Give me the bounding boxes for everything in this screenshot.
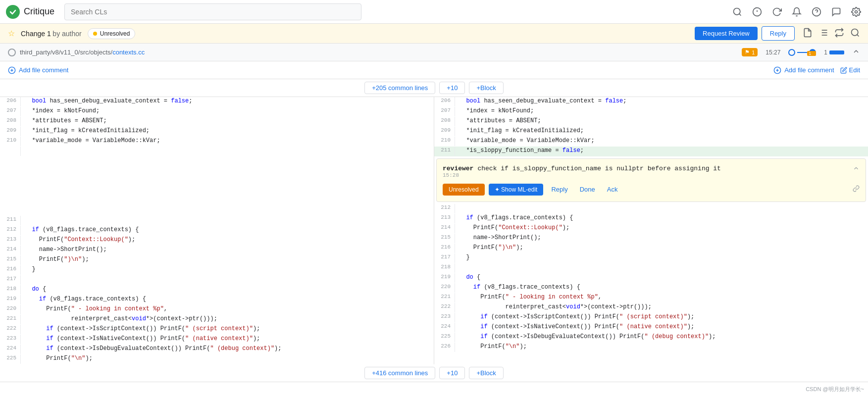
comment-header: reviewer 15:28 check if is_sloppy_functi…: [443, 165, 860, 178]
notifications-icon[interactable]: [791, 6, 803, 18]
diff-scroll[interactable]: 206 bool has_seen_debug_evaluate_context…: [0, 97, 868, 397]
table-row: 213 PrintF("Context::Lookup(");: [0, 236, 434, 246]
change-bar-right: Request Review Reply: [695, 26, 860, 41]
table-row: 224 if (context->IsNativeContext()) Prin…: [434, 323, 868, 333]
file-status-circle: [8, 49, 16, 56]
star-icon[interactable]: ☆: [8, 29, 15, 38]
diff-container: 206 bool has_seen_debug_evaluate_context…: [0, 97, 868, 364]
top-nav: Critique: [0, 0, 868, 24]
reply-comment-button[interactable]: Reply: [547, 183, 571, 196]
comment-time: 15:28: [443, 172, 473, 178]
info-icon[interactable]: [751, 6, 763, 18]
version-line: [797, 52, 807, 53]
table-row: [0, 147, 434, 156]
unresolved-label: Unresolved: [100, 30, 130, 37]
table-row: 219 do {: [434, 273, 868, 283]
file-header: third_party/v8/v11_0/src/objects/context…: [0, 44, 868, 61]
add-comment-bar: Add file comment Add file comment Edit: [0, 61, 868, 79]
watermark: CSDN @明月如月学长~: [806, 386, 864, 393]
chat-icon[interactable]: [830, 6, 842, 18]
table-row: 207 *index = kNotFound;: [434, 107, 868, 117]
version-start: [788, 49, 795, 56]
add-file-comment-right-button[interactable]: Add file comment: [773, 66, 834, 74]
search-bar[interactable]: [64, 3, 361, 20]
table-row: 209 *init_flag = kCreatedInitialized;: [434, 127, 868, 137]
svg-line-1: [739, 13, 741, 15]
nav-icons: [731, 6, 862, 18]
table-row: 225 if (context->IsDebugEvaluateContext(…: [434, 333, 868, 343]
table-row: 215 PrintF(")\n");: [0, 255, 434, 265]
collapse-file-button[interactable]: [852, 48, 860, 57]
table-row: 207 *index = kNotFound;: [0, 107, 434, 117]
table-row-added: 211 *is_sloppy_function_name = false;: [434, 147, 868, 156]
table-row: 222 if (context->IsScriptContext()) Prin…: [0, 325, 434, 335]
file-progress: 1: [824, 49, 844, 56]
block-bottom-button[interactable]: +Block: [469, 367, 503, 379]
diff-controls-top: +205 common lines +10 +Block: [0, 79, 868, 97]
table-row: 218 do {: [0, 285, 434, 295]
comment-text: check if is_sloppy_function_name is null…: [477, 165, 849, 172]
link-icon[interactable]: [853, 185, 860, 194]
svg-point-0: [734, 8, 740, 14]
version-end: 1: [809, 49, 816, 56]
add-file-comment-button[interactable]: Add file comment: [8, 66, 68, 74]
edit-button[interactable]: Edit: [840, 66, 860, 74]
table-row: 210 *variable_mode = VariableMode::kVar;: [434, 137, 868, 147]
comment-actions: Unresolved ✦ Show ML-edit Reply Done Ack: [443, 183, 860, 196]
arrows-icon[interactable]: [834, 28, 844, 39]
done-button[interactable]: Done: [576, 183, 599, 196]
document-icon[interactable]: [803, 28, 813, 39]
change-label: Change 1 by author: [21, 30, 82, 38]
add-comment-bar-right: Add file comment Edit: [773, 66, 860, 74]
settings-icon[interactable]: [850, 6, 862, 18]
logo-icon: [6, 5, 20, 19]
table-row: 214 name->ShortPrint();: [0, 246, 434, 255]
header-search-icon[interactable]: [850, 28, 860, 39]
ack-button[interactable]: Ack: [603, 183, 622, 196]
table-row: 206 bool has_seen_debug_evaluate_context…: [434, 97, 868, 107]
file-path: third_party/v8/v11_0/src/objects/context…: [20, 49, 145, 56]
change-by: by author: [52, 30, 81, 38]
search-icon[interactable]: [731, 6, 743, 18]
unresolved-dot: [93, 32, 97, 36]
table-row: 216 PrintF(")\n");: [434, 244, 868, 253]
table-row: 219 if (v8_flags.trace_contexts) {: [0, 295, 434, 305]
ml-edit-button[interactable]: ✦ Show ML-edit: [489, 184, 544, 196]
version-indicator: 1: [788, 49, 816, 56]
refresh-icon[interactable]: [771, 6, 783, 18]
progress-bar: [829, 50, 844, 54]
plus10-bottom-button[interactable]: +10: [439, 367, 465, 379]
file-link[interactable]: contexts.cc: [112, 49, 145, 56]
commenter-name: reviewer 15:28: [443, 165, 473, 178]
table-row: 217: [0, 275, 434, 285]
change-bar: ☆ Change 1 by author Unresolved Request …: [0, 24, 868, 44]
list-icon[interactable]: [818, 28, 828, 39]
table-row: 221 PrintF(" - looking in context %p",: [434, 293, 868, 303]
common-lines-bottom-button[interactable]: +416 common lines: [364, 367, 435, 379]
table-row: 223 if (context->IsScriptContext()) Prin…: [434, 313, 868, 323]
table-row: 224 if (context->IsDebugEvaluateContext(…: [0, 345, 434, 354]
comment-thread: reviewer 15:28 check if is_sloppy_functi…: [436, 158, 866, 202]
svg-line-15: [857, 35, 859, 37]
block-button[interactable]: +Block: [469, 82, 503, 94]
collapse-thread-button[interactable]: [853, 165, 860, 174]
help-icon[interactable]: [811, 6, 822, 18]
search-input[interactable]: [71, 8, 355, 16]
file-timestamp: 15:27: [766, 49, 780, 56]
table-row: 226 PrintF("\n");: [434, 343, 868, 352]
table-row: 213 if (v8_flags.trace_contexts) {: [434, 214, 868, 224]
table-row: 221 reinterpret_cast<void*>(context->ptr…: [0, 315, 434, 325]
commenter-name-text: reviewer: [443, 165, 473, 172]
table-row: 208 *attributes = ABSENT;: [0, 117, 434, 127]
reply-header-button[interactable]: Reply: [762, 26, 795, 41]
table-row: 212 if (v8_flags.trace_contexts) {: [0, 226, 434, 236]
table-row: 217 }: [434, 253, 868, 263]
unresolved-button[interactable]: Unresolved: [443, 184, 485, 196]
diff-controls-bottom: +416 common lines +10 +Block: [0, 364, 868, 382]
svg-point-7: [855, 10, 858, 13]
diff-right: 206 bool has_seen_debug_evaluate_context…: [434, 97, 868, 364]
plus10-button[interactable]: +10: [439, 82, 465, 94]
common-lines-button[interactable]: +205 common lines: [364, 82, 435, 94]
table-row: 212: [434, 204, 868, 214]
request-review-button[interactable]: Request Review: [695, 27, 758, 40]
